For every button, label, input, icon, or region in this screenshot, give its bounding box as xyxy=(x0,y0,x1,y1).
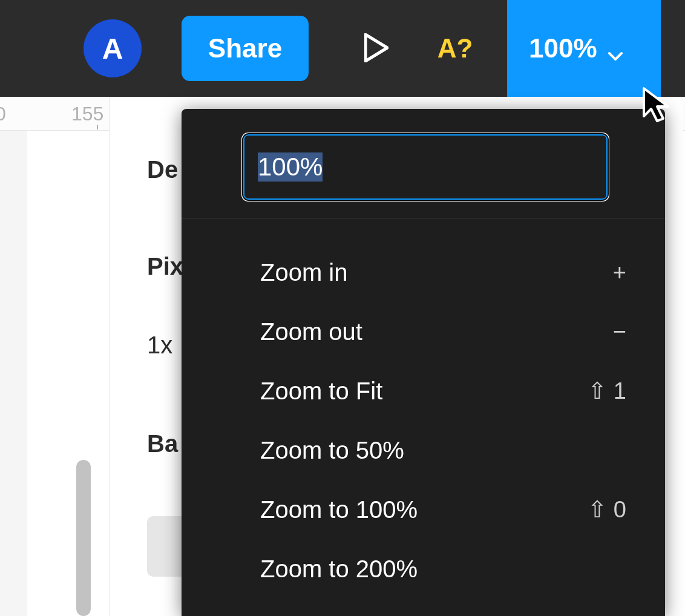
avatar[interactable]: A xyxy=(84,19,142,77)
menu-item-label: Zoom to 100% xyxy=(260,496,418,523)
design-section-label: De xyxy=(147,156,178,183)
ruler-tick: 155 xyxy=(71,103,103,125)
ruler-mark xyxy=(97,125,98,129)
ruler-tick: 0 xyxy=(0,103,6,125)
menu-item-shortcut: + xyxy=(613,260,626,286)
pixel-section-label: Pix xyxy=(147,253,183,280)
menu-item-label: Zoom to 50% xyxy=(260,437,404,464)
share-button[interactable]: Share xyxy=(182,16,309,81)
chevron-down-icon xyxy=(607,40,624,57)
menu-item-zoom-out[interactable]: Zoom out − xyxy=(182,302,665,361)
zoom-dropdown-button[interactable]: 100% xyxy=(507,0,661,97)
menu-item-zoom-200[interactable]: Zoom to 200% xyxy=(182,539,665,598)
canvas-gutter xyxy=(0,97,27,616)
menu-item-label: Zoom in xyxy=(260,259,348,286)
zoom-menu: Zoom in + Zoom out − Zoom to Fit ⇧ 1 Zoo… xyxy=(182,109,665,616)
menu-item-zoom-in[interactable]: Zoom in + xyxy=(182,243,665,302)
top-toolbar: A Share A? 100% xyxy=(0,0,685,97)
menu-item-label: Zoom to Fit xyxy=(260,378,382,405)
menu-item-label: Zoom to 200% xyxy=(260,555,418,583)
menu-item-label: Zoom out xyxy=(260,318,362,346)
menu-item-zoom-50[interactable]: Zoom to 50% xyxy=(182,421,665,480)
zoom-input[interactable] xyxy=(242,133,609,201)
menu-item-zoom-100[interactable]: Zoom to 100% ⇧ 0 xyxy=(182,480,665,539)
avatar-letter: A xyxy=(102,32,123,65)
background-section-label: Ba xyxy=(147,430,178,457)
menu-item-shortcut: ⇧ 0 xyxy=(588,496,626,523)
share-label: Share xyxy=(208,33,282,64)
missing-fonts-button[interactable]: A? xyxy=(426,19,484,77)
vertical-scrollbar-thumb[interactable] xyxy=(76,460,91,616)
menu-item-shortcut: ⇧ 1 xyxy=(588,378,626,404)
play-icon xyxy=(364,33,388,64)
present-button[interactable] xyxy=(347,19,405,77)
menu-separator xyxy=(182,218,665,218)
missing-fonts-label: A? xyxy=(438,33,473,64)
zoom-level-label: 100% xyxy=(529,33,597,64)
menu-item-shortcut: − xyxy=(613,319,626,345)
menu-item-zoom-to-fit[interactable]: Zoom to Fit ⇧ 1 xyxy=(182,361,665,421)
